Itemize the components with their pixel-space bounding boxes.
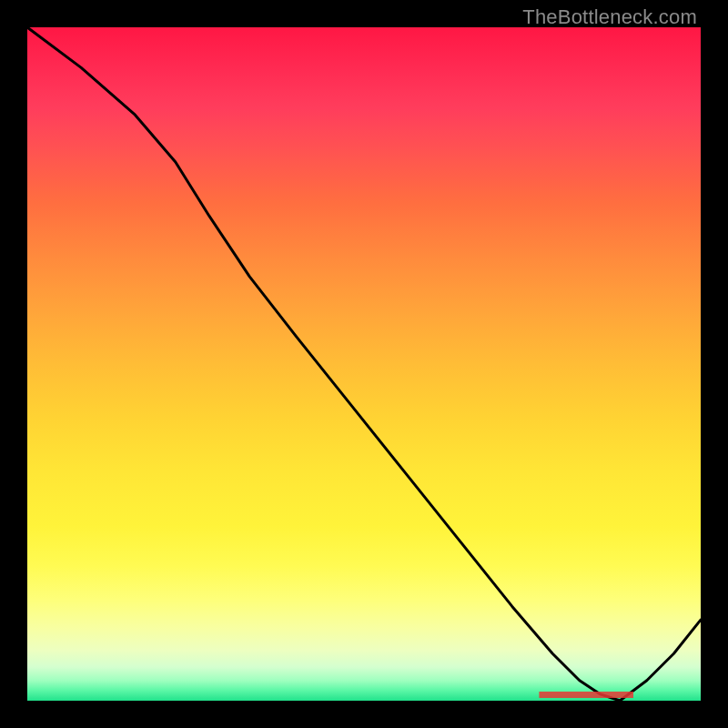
watermark-text: TheBottleneck.com [522, 5, 697, 29]
plot-area [27, 27, 701, 701]
curve-line [27, 27, 701, 701]
curve-svg [27, 27, 701, 701]
chart-stage: TheBottleneck.com [0, 0, 728, 728]
trough-marker [539, 692, 633, 698]
